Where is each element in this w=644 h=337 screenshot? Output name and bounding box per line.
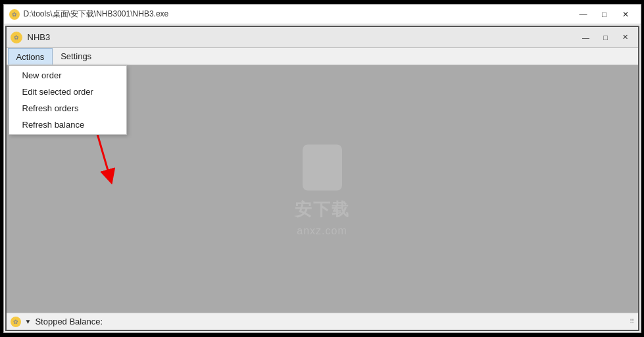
watermark-text-url: anxz.com: [297, 225, 347, 237]
watermark-text-chinese: 安下载: [295, 198, 350, 221]
watermark-icon: [296, 142, 349, 194]
app-minimize-button[interactable]: —: [578, 31, 595, 44]
os-app-icon: ✿: [9, 9, 20, 20]
svg-point-1: [310, 153, 334, 176]
os-minimize-button[interactable]: —: [574, 8, 593, 21]
menu-edit-order[interactable]: Edit selected order: [9, 84, 126, 100]
actions-dropdown: New order Edit selected order Refresh or…: [9, 65, 127, 135]
status-text: Stopped Balance:: [35, 317, 103, 326]
svg-rect-0: [303, 145, 342, 191]
os-title-bar: ✿ D:\tools\桌面\安下载\NHB3001\NHB3.exe — □ ✕: [4, 5, 641, 24]
menu-new-order[interactable]: New order: [9, 67, 126, 84]
menu-actions-label: Actions: [16, 52, 45, 62]
menu-refresh-balance[interactable]: Refresh balance: [9, 117, 126, 133]
menu-bar: Actions New order Edit selected order Re…: [7, 48, 638, 65]
app-title-left: ✿ NHB3: [11, 32, 51, 43]
app-title-bar: ✿ NHB3 — □ ✕: [7, 27, 638, 48]
os-title-text: D:\tools\桌面\安下载\NHB3001\NHB3.exe: [24, 9, 574, 20]
os-close-button[interactable]: ✕: [616, 8, 635, 21]
os-maximize-button[interactable]: □: [595, 8, 614, 21]
app-maximize-button[interactable]: □: [597, 31, 614, 44]
status-icon: ✿: [11, 317, 21, 327]
app-close-button[interactable]: ✕: [617, 31, 634, 44]
app-window-controls: — □ ✕: [578, 31, 634, 44]
menu-settings[interactable]: Settings: [53, 48, 99, 65]
status-dropdown-arrow[interactable]: ▼: [25, 318, 32, 325]
watermark: 安下载 anxz.com: [295, 142, 350, 237]
resize-grip[interactable]: ⠿: [630, 318, 634, 325]
menu-refresh-orders[interactable]: Refresh orders: [9, 100, 126, 117]
menu-settings-label: Settings: [61, 51, 91, 61]
outer-window: ✿ D:\tools\桌面\安下载\NHB3001\NHB3.exe — □ ✕…: [3, 4, 641, 333]
app-window: ✿ NHB3 — □ ✕ Actions New order E: [5, 26, 639, 331]
os-window-controls: — □ ✕: [574, 8, 635, 21]
menu-actions[interactable]: Actions New order Edit selected order Re…: [8, 48, 53, 65]
app-title-text: NHB3: [28, 32, 51, 42]
status-bar: ✿ ▼ Stopped Balance: ⠿: [7, 313, 638, 330]
app-icon: ✿: [11, 32, 22, 43]
